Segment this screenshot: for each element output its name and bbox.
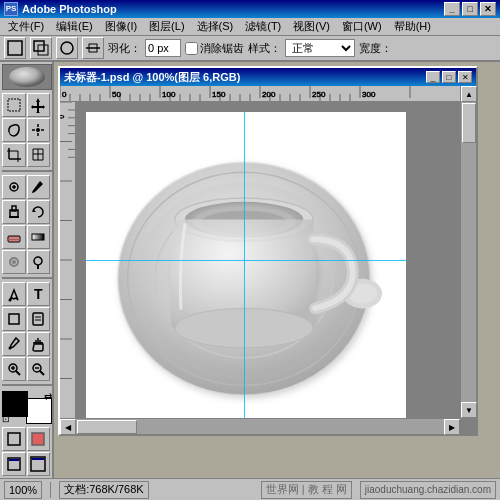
menu-item-w[interactable]: 窗口(W) xyxy=(336,18,388,35)
color-swatches: ⇄ ⊡ xyxy=(2,391,52,424)
dodge-tool-btn[interactable] xyxy=(27,250,51,274)
menu-item-l[interactable]: 图层(L) xyxy=(143,18,190,35)
eyedropper-tool-btn[interactable] xyxy=(2,332,26,356)
svg-rect-31 xyxy=(32,234,44,240)
extra-tool-btn[interactable] xyxy=(27,357,51,381)
title-bar-buttons: _ □ ✕ xyxy=(444,2,496,16)
stamp-tool-btn[interactable] xyxy=(2,200,26,224)
tool-preview xyxy=(2,64,52,90)
shape-tool-btn[interactable] xyxy=(2,307,26,331)
blur-tool-btn[interactable] xyxy=(2,250,26,274)
menu-item-e[interactable]: 编辑(E) xyxy=(50,18,99,35)
options-tool-btn2[interactable] xyxy=(30,37,52,59)
tool-row-11 xyxy=(2,357,50,381)
svg-line-43 xyxy=(16,371,20,375)
svg-point-36 xyxy=(8,298,11,301)
svg-rect-52 xyxy=(9,459,19,461)
menu-item-s[interactable]: 选择(S) xyxy=(191,18,240,35)
antialias-label: 消除锯齿 xyxy=(185,41,244,56)
doc-minimize-btn[interactable]: _ xyxy=(426,71,440,83)
app-title: Adobe Photoshop xyxy=(22,3,444,15)
vertical-ruler: 0 xyxy=(60,102,76,418)
menu-item-f[interactable]: 文件(F) xyxy=(2,18,50,35)
move-tool-btn[interactable] xyxy=(27,93,51,117)
style-select[interactable]: 正常 固定大小 固定比例 xyxy=(285,39,355,57)
eraser-tool-btn[interactable] xyxy=(2,225,26,249)
notes-tool-btn[interactable] xyxy=(27,307,51,331)
history-tool-btn[interactable] xyxy=(27,200,51,224)
options-tool-btn4[interactable] xyxy=(82,37,104,59)
tool-row-7 xyxy=(2,250,50,274)
marquee-tool-btn[interactable] xyxy=(2,93,26,117)
antialias-checkbox[interactable] xyxy=(185,42,198,55)
scroll-left-btn[interactable]: ◀ xyxy=(60,419,76,435)
svg-marker-8 xyxy=(31,98,45,113)
standard-mode-btn[interactable] xyxy=(2,427,26,451)
gradient-tool-btn[interactable] xyxy=(27,225,51,249)
menu-item-h[interactable]: 帮助(H) xyxy=(388,18,437,35)
background-color-swatch[interactable] xyxy=(26,398,52,424)
scroll-thumb-v[interactable] xyxy=(462,103,476,143)
svg-rect-37 xyxy=(9,314,19,324)
full-screen-btn[interactable] xyxy=(27,452,51,476)
pen-tool-btn[interactable] xyxy=(2,282,26,306)
swap-colors-icon[interactable]: ⇄ xyxy=(44,391,52,402)
tool-row-2 xyxy=(2,118,50,142)
svg-text:100: 100 xyxy=(162,90,176,99)
svg-rect-1 xyxy=(34,41,44,51)
close-button[interactable]: ✕ xyxy=(480,2,496,16)
tool-divider-1 xyxy=(2,170,52,172)
tool-row-9 xyxy=(2,307,50,331)
style-label: 样式： xyxy=(248,41,281,56)
canvas-area: 未标器-1.psd @ 100%(图层 6,RGB) _ □ ✕ 0 50 10… xyxy=(54,62,500,478)
svg-rect-0 xyxy=(8,41,22,55)
svg-text:200: 200 xyxy=(262,90,276,99)
svg-rect-38 xyxy=(33,313,43,325)
menu-item-t[interactable]: 滤镜(T) xyxy=(239,18,287,35)
standard-screen-btn[interactable] xyxy=(2,452,26,476)
minimize-button[interactable]: _ xyxy=(444,2,460,16)
feather-input[interactable] xyxy=(145,39,181,57)
cup-illustration xyxy=(98,124,394,404)
scroll-up-btn[interactable]: ▲ xyxy=(461,86,477,102)
scroll-right-btn[interactable]: ▶ xyxy=(444,419,460,435)
menu-item-i[interactable]: 图像(I) xyxy=(99,18,143,35)
options-tool-btn3[interactable] xyxy=(56,37,78,59)
foreground-color-swatch[interactable] xyxy=(2,391,28,417)
hand-tool-btn[interactable] xyxy=(27,332,51,356)
quick-mask-btn[interactable] xyxy=(27,427,51,451)
scroll-down-btn[interactable]: ▼ xyxy=(461,402,477,418)
zoom-tool-btn[interactable] xyxy=(2,357,26,381)
type-icon: T xyxy=(34,286,43,302)
magic-wand-tool-btn[interactable] xyxy=(27,118,51,142)
scroll-thumb-h[interactable] xyxy=(77,420,137,434)
horizontal-ruler: 0 50 100 150 200 250 300 xyxy=(60,86,460,102)
doc-window-buttons: _ □ ✕ xyxy=(426,71,472,83)
doc-close-btn[interactable]: ✕ xyxy=(458,71,472,83)
options-bar: 羽化： 消除锯齿 样式： 正常 固定大小 固定比例 宽度： xyxy=(0,36,500,62)
options-tool-btn1[interactable] xyxy=(4,37,26,59)
reset-colors-icon[interactable]: ⊡ xyxy=(2,415,10,424)
tool-divider-3 xyxy=(2,384,52,386)
svg-point-34 xyxy=(34,257,42,265)
horizontal-scrollbar[interactable]: ◀ ▶ xyxy=(60,418,460,434)
tool-row-10 xyxy=(2,332,50,356)
crop-tool-btn[interactable] xyxy=(2,143,26,167)
slice-tool-btn[interactable] xyxy=(27,143,51,167)
menu-item-v[interactable]: 视图(V) xyxy=(287,18,336,35)
maximize-button[interactable]: □ xyxy=(462,2,478,16)
svg-rect-50 xyxy=(32,433,44,445)
svg-point-33 xyxy=(12,260,16,264)
tool-row-4 xyxy=(2,175,50,199)
width-label: 宽度： xyxy=(359,41,392,56)
heal-tool-btn[interactable] xyxy=(2,175,26,199)
feather-label: 羽化： xyxy=(108,41,141,56)
type-tool-btn[interactable]: T xyxy=(27,282,51,306)
lasso-tool-btn[interactable] xyxy=(2,118,26,142)
doc-maximize-btn[interactable]: □ xyxy=(442,71,456,83)
vertical-scrollbar[interactable]: ▲ ▼ xyxy=(460,86,476,418)
svg-point-3 xyxy=(61,42,73,54)
svg-point-41 xyxy=(8,346,11,349)
brush-tool-btn[interactable] xyxy=(27,175,51,199)
document-title: 未标器-1.psd @ 100%(图层 6,RGB) xyxy=(64,70,426,85)
